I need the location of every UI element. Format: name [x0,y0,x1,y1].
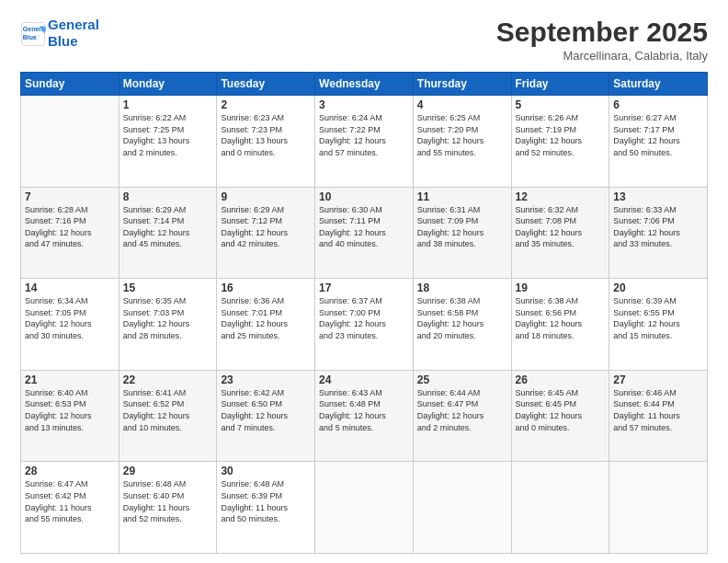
day-number: 28 [25,465,115,477]
day-info: Sunrise: 6:46 AM Sunset: 6:44 PM Dayligh… [613,387,703,433]
day-info: Sunrise: 6:32 AM Sunset: 7:08 PM Dayligh… [516,204,606,250]
weekday-header-saturday: Saturday [609,73,708,96]
day-number: 15 [123,282,213,294]
day-info: Sunrise: 6:23 AM Sunset: 7:23 PM Dayligh… [221,112,311,158]
calendar-cell: 17Sunrise: 6:37 AM Sunset: 7:00 PM Dayli… [315,279,414,371]
calendar-cell: 23Sunrise: 6:42 AM Sunset: 6:50 PM Dayli… [217,370,315,462]
calendar-cell: 1Sunrise: 6:22 AM Sunset: 7:25 PM Daylig… [119,96,217,188]
day-number: 2 [221,98,311,111]
day-number: 27 [613,373,703,386]
day-info: Sunrise: 6:38 AM Sunset: 6:58 PM Dayligh… [417,295,507,341]
day-number: 23 [221,373,311,386]
day-number: 9 [221,190,311,203]
day-number: 17 [319,282,409,294]
day-info: Sunrise: 6:38 AM Sunset: 6:56 PM Dayligh… [516,295,606,341]
day-info: Sunrise: 6:41 AM Sunset: 6:52 PM Dayligh… [123,387,213,433]
calendar-cell: 15Sunrise: 6:35 AM Sunset: 7:03 PM Dayli… [119,279,217,371]
day-number: 22 [123,373,213,386]
calendar-cell: 16Sunrise: 6:36 AM Sunset: 7:01 PM Dayli… [217,279,315,371]
calendar-cell: 9Sunrise: 6:29 AM Sunset: 7:12 PM Daylig… [217,187,315,279]
day-info: Sunrise: 6:29 AM Sunset: 7:12 PM Dayligh… [221,204,311,250]
day-number: 16 [221,282,311,294]
day-info: Sunrise: 6:31 AM Sunset: 7:09 PM Dayligh… [417,204,507,250]
calendar-cell: 8Sunrise: 6:29 AM Sunset: 7:14 PM Daylig… [119,187,217,279]
day-number: 14 [25,282,115,294]
logo: General Blue General Blue [20,17,99,50]
calendar-cell: 6Sunrise: 6:27 AM Sunset: 7:17 PM Daylig… [609,96,708,188]
day-info: Sunrise: 6:45 AM Sunset: 6:45 PM Dayligh… [516,387,606,433]
day-info: Sunrise: 6:48 AM Sunset: 6:39 PM Dayligh… [221,478,311,524]
calendar-cell: 27Sunrise: 6:46 AM Sunset: 6:44 PM Dayli… [609,370,708,462]
calendar-cell [21,96,119,188]
day-info: Sunrise: 6:30 AM Sunset: 7:11 PM Dayligh… [319,204,409,250]
calendar-cell: 4Sunrise: 6:25 AM Sunset: 7:20 PM Daylig… [413,96,511,188]
week-row-3: 14Sunrise: 6:34 AM Sunset: 7:05 PM Dayli… [21,279,708,371]
calendar-table: SundayMondayTuesdayWednesdayThursdayFrid… [20,72,708,554]
calendar-cell: 19Sunrise: 6:38 AM Sunset: 6:56 PM Dayli… [511,279,609,371]
day-number: 18 [417,282,507,294]
day-info: Sunrise: 6:42 AM Sunset: 6:50 PM Dayligh… [221,387,311,433]
day-info: Sunrise: 6:24 AM Sunset: 7:22 PM Dayligh… [319,112,409,158]
day-number: 11 [417,190,507,203]
week-row-1: 1Sunrise: 6:22 AM Sunset: 7:25 PM Daylig… [21,96,708,188]
day-info: Sunrise: 6:36 AM Sunset: 7:01 PM Dayligh… [221,295,311,341]
weekday-row: SundayMondayTuesdayWednesdayThursdayFrid… [21,73,708,96]
logo-text: General Blue [48,17,99,50]
day-number: 6 [613,98,703,111]
calendar-cell: 20Sunrise: 6:39 AM Sunset: 6:55 PM Dayli… [609,279,708,371]
day-number: 8 [123,190,213,203]
calendar-cell: 13Sunrise: 6:33 AM Sunset: 7:06 PM Dayli… [609,187,708,279]
calendar-cell [511,462,609,554]
weekday-header-sunday: Sunday [21,73,119,96]
calendar-body: 1Sunrise: 6:22 AM Sunset: 7:25 PM Daylig… [21,96,708,554]
calendar-cell: 10Sunrise: 6:30 AM Sunset: 7:11 PM Dayli… [315,187,414,279]
calendar-cell: 25Sunrise: 6:44 AM Sunset: 6:47 PM Dayli… [413,370,511,462]
day-number: 4 [417,98,507,111]
day-info: Sunrise: 6:39 AM Sunset: 6:55 PM Dayligh… [613,295,703,341]
location-subtitle: Marcellinara, Calabria, Italy [496,49,708,63]
day-number: 30 [221,465,311,477]
day-info: Sunrise: 6:33 AM Sunset: 7:06 PM Dayligh… [613,204,703,250]
calendar-cell: 22Sunrise: 6:41 AM Sunset: 6:52 PM Dayli… [119,370,217,462]
day-number: 21 [25,373,115,386]
svg-text:Blue: Blue [23,34,37,40]
month-title: September 2025 [496,17,708,47]
day-number: 1 [123,98,213,111]
day-number: 10 [319,190,409,203]
day-info: Sunrise: 6:44 AM Sunset: 6:47 PM Dayligh… [417,387,507,433]
day-number: 29 [123,465,213,477]
day-number: 20 [613,282,703,294]
calendar-cell: 18Sunrise: 6:38 AM Sunset: 6:58 PM Dayli… [413,279,511,371]
day-number: 5 [516,98,606,111]
day-number: 7 [25,190,115,203]
day-number: 26 [516,373,606,386]
day-number: 25 [417,373,507,386]
week-row-5: 28Sunrise: 6:47 AM Sunset: 6:42 PM Dayli… [21,462,708,554]
weekday-header-tuesday: Tuesday [217,73,315,96]
calendar-cell: 12Sunrise: 6:32 AM Sunset: 7:08 PM Dayli… [511,187,609,279]
day-info: Sunrise: 6:35 AM Sunset: 7:03 PM Dayligh… [123,295,213,341]
calendar-cell: 26Sunrise: 6:45 AM Sunset: 6:45 PM Dayli… [511,370,609,462]
day-number: 3 [319,98,409,111]
calendar-cell: 21Sunrise: 6:40 AM Sunset: 6:53 PM Dayli… [21,370,119,462]
calendar-cell: 14Sunrise: 6:34 AM Sunset: 7:05 PM Dayli… [21,279,119,371]
calendar-cell: 3Sunrise: 6:24 AM Sunset: 7:22 PM Daylig… [315,96,414,188]
week-row-4: 21Sunrise: 6:40 AM Sunset: 6:53 PM Dayli… [21,370,708,462]
day-info: Sunrise: 6:28 AM Sunset: 7:16 PM Dayligh… [25,204,115,250]
weekday-header-wednesday: Wednesday [315,73,414,96]
weekday-header-monday: Monday [119,73,217,96]
day-info: Sunrise: 6:40 AM Sunset: 6:53 PM Dayligh… [25,387,115,433]
day-info: Sunrise: 6:37 AM Sunset: 7:00 PM Dayligh… [319,295,409,341]
page: General Blue General Blue September 2025… [0,0,728,563]
calendar-cell [315,462,414,554]
day-number: 12 [516,190,606,203]
day-info: Sunrise: 6:29 AM Sunset: 7:14 PM Dayligh… [123,204,213,250]
calendar-cell: 28Sunrise: 6:47 AM Sunset: 6:42 PM Dayli… [21,462,119,554]
header: General Blue General Blue September 2025… [20,17,708,63]
day-info: Sunrise: 6:26 AM Sunset: 7:19 PM Dayligh… [516,112,606,158]
calendar-cell: 2Sunrise: 6:23 AM Sunset: 7:23 PM Daylig… [217,96,315,188]
calendar-cell [609,462,708,554]
day-number: 13 [613,190,703,203]
calendar-cell [413,462,511,554]
day-number: 24 [319,373,409,386]
